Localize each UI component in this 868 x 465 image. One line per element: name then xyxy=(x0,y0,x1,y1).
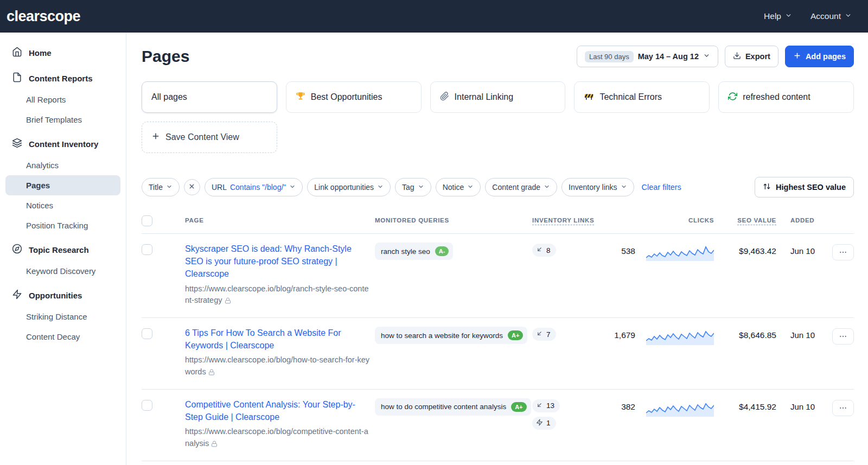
trophy-icon xyxy=(296,91,305,103)
row-actions-button[interactable] xyxy=(832,244,854,260)
filter-title-dropdown[interactable]: Title xyxy=(142,178,180,196)
sidebar-item-content-decay[interactable]: Content Decay xyxy=(5,327,120,347)
clear-filters-link[interactable]: Clear filters xyxy=(642,183,681,192)
zap-icon xyxy=(536,419,543,428)
seo-value: $4,415.92 xyxy=(714,398,776,412)
filter-tag-dropdown[interactable]: Tag xyxy=(395,178,431,196)
sidebar-item-home[interactable]: Home xyxy=(5,41,120,64)
sidebar-item-label: Analytics xyxy=(26,161,59,170)
filter-url-dropdown[interactable]: URL Contains "/blog/" xyxy=(205,178,303,196)
sidebar-item-pages[interactable]: Pages xyxy=(5,175,120,195)
sidebar-item-content-reports[interactable]: Content Reports xyxy=(5,67,120,90)
column-header-clicks: CLICKS xyxy=(597,217,714,224)
select-all-checkbox[interactable] xyxy=(142,215,152,226)
page-url: https://www.clearscope.io/blog/ranch-sty… xyxy=(185,283,372,308)
sidebar-item-notices[interactable]: Notices xyxy=(5,195,120,215)
view-tab-label: Internal Linking xyxy=(455,92,514,102)
sidebar-item-striking-distance[interactable]: Striking Distance xyxy=(5,307,120,327)
seo-value: $9,463.42 xyxy=(714,243,776,256)
filter-link-opportunities-dropdown[interactable]: Link opportunities xyxy=(307,178,391,196)
view-tab-refreshed-content[interactable]: refreshed content xyxy=(718,81,854,113)
page-url: https://www.clearscope.io/blog/how-to-se… xyxy=(185,354,372,379)
sidebar-item-opportunities[interactable]: Opportunities xyxy=(5,284,120,307)
filter-url-value: Contains "/blog/" xyxy=(230,183,286,192)
date-range-button[interactable]: Last 90 days May 14 – Aug 12 xyxy=(577,46,718,67)
chevron-down-icon xyxy=(166,183,173,192)
clicks-sparkline xyxy=(635,398,714,419)
inbound-links-pill: 7 xyxy=(532,328,556,341)
help-menu[interactable]: Help xyxy=(764,11,792,21)
arrow-down-left-icon xyxy=(536,402,543,410)
add-pages-button[interactable]: Add pages xyxy=(785,46,854,67)
account-label: Account xyxy=(810,11,841,21)
save-content-view-button[interactable]: Save Content View xyxy=(142,122,277,153)
added-date: Jun 10 xyxy=(776,327,827,340)
sort-button[interactable]: Highest SEO value xyxy=(755,177,854,198)
sidebar-item-all-reports[interactable]: All Reports xyxy=(5,90,120,110)
chevron-down-icon xyxy=(467,183,474,192)
sidebar-item-brief-templates[interactable]: Brief Templates xyxy=(5,110,120,130)
view-tab-internal-linking[interactable]: Internal Linking xyxy=(430,81,566,113)
filter-notice-dropdown[interactable]: Notice xyxy=(436,178,481,196)
row-actions-button[interactable] xyxy=(832,328,854,345)
topbar: clearscope Help Account xyxy=(0,0,868,33)
sort-label: Highest SEO value xyxy=(776,183,846,192)
arrow-down-left-icon xyxy=(536,246,543,254)
sidebar-item-keyword-discovery[interactable]: Keyword Discovery xyxy=(5,261,120,281)
construction-barrier-icon xyxy=(584,91,594,104)
view-tab-technical-errors[interactable]: Technical Errors xyxy=(574,81,710,113)
sidebar-item-analytics[interactable]: Analytics xyxy=(5,155,120,175)
close-icon xyxy=(188,182,195,192)
help-label: Help xyxy=(764,11,781,21)
clicks-value: 1,679 xyxy=(597,327,635,340)
row-checkbox[interactable] xyxy=(142,244,152,255)
account-menu[interactable]: Account xyxy=(810,11,852,21)
filter-content-grade-dropdown[interactable]: Content grade xyxy=(485,178,557,196)
page-title: Pages xyxy=(142,47,189,66)
added-date: Jun 10 xyxy=(776,243,827,256)
lock-icon xyxy=(225,296,231,308)
added-date: Jun 10 xyxy=(776,398,827,411)
main-content: Pages Last 90 days May 14 – Aug 12 Expor… xyxy=(126,33,868,465)
sidebar-item-content-inventory[interactable]: Content Inventory xyxy=(5,132,120,155)
chevron-down-icon xyxy=(377,183,384,192)
sidebar-item-label: Striking Distance xyxy=(26,312,87,321)
clearscope-logo[interactable]: clearscope xyxy=(7,8,80,25)
add-pages-label: Add pages xyxy=(806,52,846,61)
row-checkbox[interactable] xyxy=(142,328,152,339)
page-link[interactable]: Competitive Content Analysis: Your Step-… xyxy=(185,398,368,423)
zap-icon xyxy=(12,289,22,301)
page-link[interactable]: Skyscraper SEO is dead: Why Ranch-Style … xyxy=(185,243,368,281)
filter-inventory-links-dropdown[interactable]: Inventory links xyxy=(561,178,634,196)
export-label: Export xyxy=(745,52,770,61)
sidebar-item-label: Notices xyxy=(26,201,53,210)
sidebar-item-topic-research[interactable]: Topic Research xyxy=(5,238,120,261)
content-views: All pages Best Opportunities Internal Li… xyxy=(142,81,854,113)
row-actions-button[interactable] xyxy=(832,400,854,416)
date-preset-badge: Last 90 days xyxy=(585,51,634,62)
table-header: PAGE MONITORED QUERIES INVENTORY LINKS C… xyxy=(142,214,854,234)
home-icon xyxy=(12,47,22,59)
export-button[interactable]: Export xyxy=(725,46,778,67)
content-grade-badge: A+ xyxy=(511,402,526,412)
view-tab-best-opportunities[interactable]: Best Opportunities xyxy=(286,81,422,113)
clicks-sparkline xyxy=(635,327,714,347)
chevron-down-icon xyxy=(703,52,710,61)
filter-bar: Title URL Contains "/blog/" Link opportu… xyxy=(142,177,854,198)
compass-icon xyxy=(12,244,22,256)
monitored-query-chip: how to do competitive content analysisA+ xyxy=(375,398,531,416)
remove-filter-button[interactable] xyxy=(184,179,200,195)
column-header-page: PAGE xyxy=(185,217,375,224)
document-icon xyxy=(12,72,22,84)
page-link[interactable]: 6 Tips For How To Search a Website For K… xyxy=(185,327,368,352)
inbound-links-pill: 13 xyxy=(532,399,560,412)
column-header-inventory-links: INVENTORY LINKS xyxy=(532,217,597,224)
sidebar-item-position-tracking[interactable]: Position Tracking xyxy=(5,215,120,235)
monitored-query-chip: ranch style seoA- xyxy=(375,243,453,260)
chevron-down-icon xyxy=(544,183,550,192)
filter-url-label: URL xyxy=(212,183,227,192)
sidebar-item-label: Home xyxy=(29,48,52,58)
row-checkbox[interactable] xyxy=(142,400,152,411)
view-tab-label: Technical Errors xyxy=(599,92,662,102)
view-tab-all-pages[interactable]: All pages xyxy=(142,81,277,113)
